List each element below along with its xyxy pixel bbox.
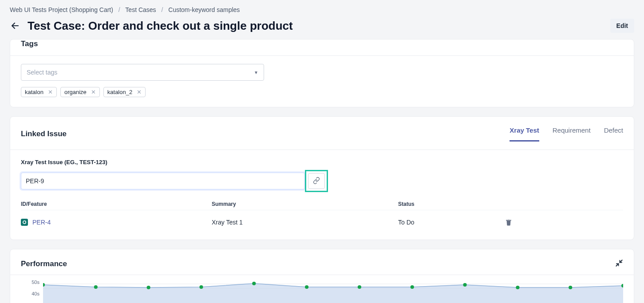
svg-point-9	[358, 285, 361, 289]
linked-issue-table: ID/Feature Summary Status PER-4 Xray Tes…	[21, 198, 623, 229]
caret-down-icon: ▼	[254, 70, 258, 75]
svg-point-12	[516, 286, 519, 289]
xray-issue-label: Xray Test Issue (EG., TEST-123)	[21, 159, 623, 165]
breadcrumb: Web UI Tests Project (Shopping Cart) / T…	[0, 0, 644, 16]
chart-plot	[43, 279, 623, 303]
collapse-icon[interactable]	[615, 259, 623, 268]
tab-xray-test[interactable]: Xray Test	[510, 126, 539, 142]
col-status: Status	[398, 201, 505, 207]
tags-card: Tags Select tags ▼ katalon ✕ organize ✕ …	[10, 39, 634, 107]
tab-defect[interactable]: Defect	[604, 126, 623, 142]
y-tick: 40s	[26, 291, 40, 303]
breadcrumb-sep: /	[161, 6, 163, 13]
tag-chips: katalon ✕ organize ✕ katalon_2 ✕	[21, 87, 623, 97]
performance-title: Performance	[21, 260, 67, 268]
breadcrumb-level2[interactable]: Custom-keyword samples	[168, 6, 240, 13]
tag-chip: katalon ✕	[21, 87, 57, 97]
linked-issue-tabs: Xray Test Requirement Defect	[510, 126, 623, 142]
table-row: PER-4 Xray Test 1 To Do	[21, 210, 623, 229]
svg-point-13	[569, 286, 572, 289]
tags-select[interactable]: Select tags ▼	[21, 64, 264, 81]
delete-issue-button[interactable]	[505, 218, 531, 226]
svg-point-7	[252, 282, 256, 285]
remove-tag-icon[interactable]: ✕	[137, 89, 142, 95]
link-button-highlight	[305, 170, 328, 192]
page-header: Test Case: Order and check out a single …	[0, 16, 644, 39]
link-issue-button[interactable]	[308, 173, 325, 189]
col-id: ID/Feature	[21, 201, 212, 207]
tag-chip: katalon_2 ✕	[103, 87, 146, 97]
remove-tag-icon[interactable]: ✕	[48, 89, 53, 95]
linked-issue-title: Linked Issue	[21, 130, 67, 138]
tags-select-placeholder: Select tags	[27, 69, 57, 76]
tag-chip-label: organize	[64, 89, 87, 95]
svg-point-11	[463, 283, 466, 287]
svg-point-10	[411, 285, 414, 289]
issue-id-link[interactable]: PER-4	[32, 219, 51, 226]
tags-title: Tags	[10, 39, 634, 51]
linked-issue-card: Linked Issue Xray Test Requirement Defec…	[10, 116, 634, 240]
issue-summary: Xray Test 1	[212, 219, 398, 226]
remove-tag-icon[interactable]: ✕	[91, 89, 96, 95]
svg-point-0	[23, 221, 26, 224]
tag-chip-label: katalon	[25, 89, 43, 95]
performance-card: Performance 50s 40s	[10, 249, 634, 303]
xray-issue-input[interactable]	[21, 173, 305, 189]
col-summary: Summary	[212, 201, 398, 207]
tag-chip-label: katalon_2	[107, 89, 132, 95]
svg-point-5	[147, 286, 150, 289]
breadcrumb-root[interactable]: Web UI Tests Project (Shopping Cart)	[10, 6, 113, 13]
svg-point-8	[305, 285, 308, 289]
tab-requirement[interactable]: Requirement	[553, 126, 591, 142]
back-arrow-icon[interactable]	[10, 20, 20, 31]
edit-button[interactable]: Edit	[610, 19, 634, 33]
svg-point-6	[199, 285, 203, 289]
breadcrumb-sep: /	[119, 6, 120, 13]
y-tick: 50s	[26, 279, 40, 291]
performance-chart: 50s 40s	[10, 275, 634, 303]
breadcrumb-level1[interactable]: Test Cases	[125, 6, 156, 13]
page-title: Test Case: Order and check out a single …	[28, 19, 293, 33]
tag-chip: organize ✕	[60, 87, 100, 97]
link-icon	[313, 177, 320, 185]
issue-status: To Do	[398, 219, 505, 226]
issue-type-icon	[21, 219, 28, 226]
svg-point-4	[94, 285, 98, 289]
